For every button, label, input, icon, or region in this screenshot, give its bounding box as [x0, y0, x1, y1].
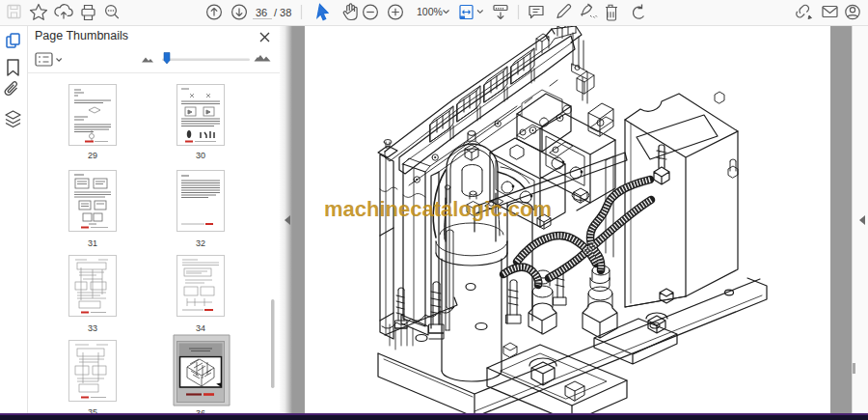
svg-text:36: 36: [256, 7, 267, 18]
svg-text:100%: 100%: [417, 6, 443, 17]
svg-text:/ 38: / 38: [274, 7, 291, 18]
